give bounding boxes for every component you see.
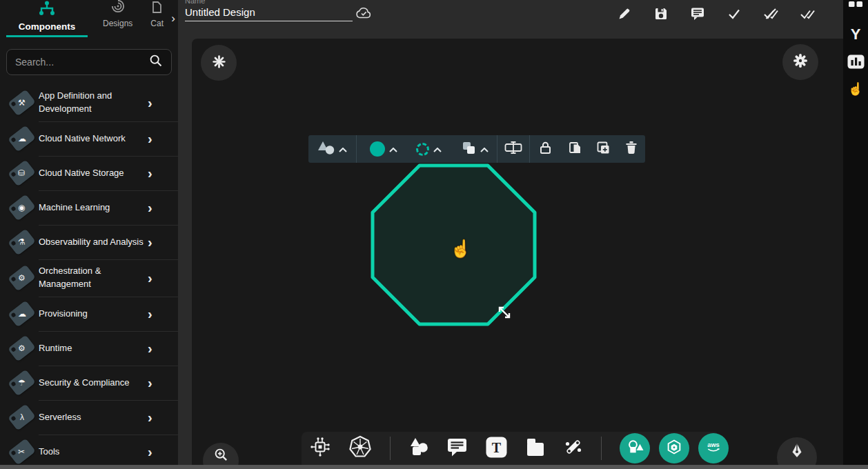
- chevron-right-icon: ›: [148, 201, 152, 214]
- sidebar-item-app-definition[interactable]: ⚒ App Definition and Development ›: [0, 84, 178, 121]
- tab-catalog[interactable]: Cat: [150, 1, 164, 37]
- chevron-right-icon: ›: [148, 132, 152, 146]
- trash-icon: [625, 141, 638, 157]
- edit-pencil-icon[interactable]: [618, 7, 631, 21]
- runtime-tag-icon: ⚙: [8, 335, 36, 361]
- component-search[interactable]: [6, 49, 172, 75]
- shape-context-toolbar: [308, 135, 645, 163]
- kubernetes-tool[interactable]: [348, 435, 372, 461]
- bar-chart-icon[interactable]: [847, 54, 865, 72]
- validate-check-icon[interactable]: [727, 7, 741, 21]
- chevron-right-icon: ›: [148, 271, 152, 285]
- zoom-in-button[interactable]: [203, 443, 239, 465]
- chip-circuit-icon: [310, 437, 331, 460]
- sidebar-item-cloud-native-network[interactable]: ☁ Cloud Native Network ›: [0, 121, 178, 156]
- tabs-overflow-chevron-icon[interactable]: ›: [171, 12, 175, 24]
- shape-picker-button[interactable]: [308, 140, 356, 158]
- stroke-color-button[interactable]: [406, 143, 452, 156]
- search-input[interactable]: [15, 57, 149, 68]
- save-icon[interactable]: [654, 7, 668, 21]
- sidebar-tab-bar: Components Designs Cat ›: [0, 0, 178, 37]
- y-split-icon[interactable]: Y: [851, 26, 861, 43]
- header-action-bar: [618, 7, 814, 21]
- chevron-up-icon: [339, 143, 347, 155]
- designs-swirl-icon: [111, 0, 125, 16]
- comment-icon[interactable]: [691, 7, 704, 21]
- deploy-double-check-icon[interactable]: [800, 7, 814, 21]
- hexagon-library-button[interactable]: [659, 433, 689, 463]
- tab-components-label: Components: [19, 21, 76, 32]
- sidebar-item-security[interactable]: ☂ Security & Compliance ›: [0, 366, 178, 400]
- design-name-group: Name: [185, 0, 353, 21]
- panel-partial-icon[interactable]: [849, 0, 862, 10]
- sidebar-item-machine-learning[interactable]: ◉ Machine Learning ›: [0, 190, 178, 225]
- sticky-note-icon: [525, 438, 546, 459]
- double-check-slash-icon[interactable]: [764, 7, 778, 21]
- duplicate-plus-icon: [596, 141, 610, 157]
- network-tag-icon: ☁: [8, 125, 36, 152]
- design-workspace: Name: [178, 0, 843, 469]
- machine-learning-tag-icon: ◉: [8, 194, 36, 221]
- pen-tool-button[interactable]: [777, 437, 817, 465]
- sidebar-item-cloud-native-storage[interactable]: ⛁ Cloud Native Storage ›: [0, 156, 178, 190]
- copy-button[interactable]: [560, 141, 589, 157]
- chevron-right-icon: ›: [148, 307, 152, 321]
- pen-nib-icon: [790, 443, 804, 461]
- snowflake-icon: [213, 55, 226, 71]
- hand-cursor: ☝: [450, 239, 471, 259]
- chevron-right-icon: ›: [148, 166, 152, 180]
- sidebar-item-tools[interactable]: ✂ Tools ›: [0, 435, 178, 469]
- name-field-label: Name: [185, 0, 353, 5]
- sidebar-item-orchestration[interactable]: ⚙ Orchestration & Management ›: [0, 259, 178, 297]
- svg-text:aws: aws: [707, 441, 720, 448]
- components-sidebar: Components Designs Cat ›: [0, 0, 178, 469]
- text-tool-icon: T: [486, 437, 507, 461]
- meshery-shapes-library-button[interactable]: [620, 433, 650, 463]
- cloud-saved-icon: [355, 6, 373, 24]
- chevron-right-icon: ›: [148, 376, 152, 390]
- sidebar-item-serverless[interactable]: λ Serverless ›: [0, 400, 178, 435]
- rename-button[interactable]: [497, 141, 529, 157]
- design-canvas[interactable]: ☝: [192, 39, 843, 465]
- resize-nwse-cursor: [497, 305, 512, 323]
- chevron-right-icon: ›: [148, 445, 152, 459]
- design-name-input[interactable]: [185, 6, 353, 21]
- delete-button[interactable]: [617, 141, 645, 157]
- chevron-right-icon: ›: [148, 96, 152, 110]
- dock-divider: [601, 437, 602, 460]
- canvas-settings-button[interactable]: [782, 44, 818, 80]
- sidebar-item-runtime[interactable]: ⚙ Runtime ›: [0, 331, 178, 366]
- dock-divider: [390, 437, 391, 460]
- tool-dock: T: [302, 432, 719, 465]
- text-tool[interactable]: T: [486, 437, 507, 461]
- freeze-layout-button[interactable]: [201, 45, 237, 81]
- tab-catalog-label: Cat: [150, 19, 164, 28]
- component-chip-tool[interactable]: [310, 437, 331, 460]
- touch-hand-icon[interactable]: ☝: [848, 81, 863, 97]
- sidebar-item-observability[interactable]: ⚗ Observability and Analysis ›: [0, 225, 178, 259]
- shapes-tool[interactable]: [408, 437, 429, 459]
- category-list: ⚒ App Definition and Development › ☁ Clo…: [0, 84, 178, 469]
- tab-components[interactable]: Components: [6, 0, 88, 37]
- link-tool[interactable]: [564, 437, 583, 459]
- note-tool[interactable]: [525, 438, 546, 459]
- tab-designs-label: Designs: [103, 19, 132, 28]
- aws-library-button[interactable]: aws: [698, 433, 729, 463]
- fill-color-button[interactable]: [361, 141, 406, 157]
- lock-button[interactable]: [530, 141, 560, 157]
- comment-tool[interactable]: [447, 438, 468, 459]
- sidebar-item-provisioning[interactable]: ☁ Provisioning ›: [0, 297, 178, 331]
- duplicate-button[interactable]: [589, 141, 617, 157]
- aws-logo-icon: aws: [702, 435, 725, 461]
- bottom-edge-strip: [0, 465, 868, 469]
- stroke-color-swatch: [416, 143, 429, 156]
- tab-designs[interactable]: Designs: [103, 0, 132, 37]
- layers-button[interactable]: [452, 140, 497, 158]
- chevron-right-icon: ›: [148, 235, 152, 249]
- search-icon[interactable]: [149, 54, 163, 70]
- kubernetes-helm-icon: [348, 435, 372, 461]
- shapes-icon: [317, 140, 335, 158]
- catalog-page-icon: [152, 1, 162, 16]
- storage-tag-icon: ⛁: [8, 159, 36, 186]
- tools-tag-icon: ✂: [8, 438, 36, 465]
